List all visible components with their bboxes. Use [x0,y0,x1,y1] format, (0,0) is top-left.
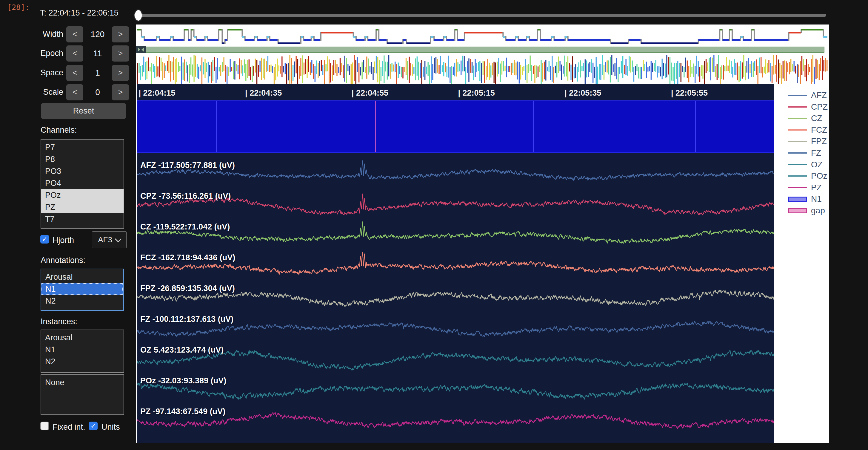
stepper-value-width: 120 [83,30,112,39]
increment-button-space[interactable]: > [112,65,129,81]
legend-line-swatch [788,175,807,177]
hjorth-channel-dropdown[interactable]: AF3 [92,231,127,248]
legend-entry-poz[interactable]: POz [788,171,827,180]
trace-cz [137,222,774,243]
fixed-int-label: Fixed int. [53,423,85,432]
legend-line-swatch [788,95,807,96]
legend-entry-cz[interactable]: CZ [788,114,822,123]
legend-entry-label: FZ [811,148,821,158]
legend-entry-gap[interactable]: gap [788,206,825,215]
channel-label-cpz: CPZ -73.56:116.261 (uV) [140,192,231,201]
legend-entry-cpz[interactable]: CPZ [788,103,828,111]
legend-entry-fpz[interactable]: FPZ [788,137,827,146]
hypnogram-plot[interactable] [136,26,829,46]
figure-canvas: | 22:04:15| 22:04:35| 22:04:55| 22:05:15… [136,25,829,443]
list-option-p7[interactable]: P7 [41,141,124,153]
epoch-range-bar[interactable] [137,47,825,53]
list-option-t8[interactable]: T8 [41,225,124,229]
activity-colorbar-strip[interactable] [136,55,829,84]
legend-line-swatch [788,152,807,153]
list-option-po3[interactable]: PO3 [41,165,124,177]
units-checkbox[interactable]: ✓ [89,422,98,430]
stepper-label: Width [12,30,63,39]
stepper-label: Epoch [12,49,63,58]
legend-entry-label: CPZ [811,102,828,112]
channel-label-fcz: FCZ -162.718:94.436 (uV) [140,253,235,262]
trace-cpz [137,194,774,215]
legend-entry-afz[interactable]: AFZ [788,91,827,100]
trace-poz [137,382,774,399]
increment-button-scale[interactable]: > [112,84,129,101]
list-option-n2[interactable]: N2 [41,356,124,368]
legend-entry-pz[interactable]: PZ [788,183,822,192]
channel-label-cz: CZ -119.522:71.042 (uV) [140,222,230,231]
epoch-range-handle[interactable] [136,46,146,53]
legend-entry-n1[interactable]: N1 [788,195,822,203]
legend-entry-label: FPZ [811,137,827,146]
instances-listbox[interactable]: ArousalN1N2 [40,330,124,373]
list-option-n1[interactable]: N1 [41,344,124,356]
channels-label: Channels: [40,125,77,135]
legend-entry-label: FCZ [811,125,827,135]
notebook-cell-prompt: [28]: [7,3,30,12]
increment-button-width[interactable]: > [112,26,129,43]
reset-button[interactable]: Reset [41,103,126,119]
legend-entry-label: POz [811,171,827,181]
stepper-row-width: Width<120> [12,26,129,43]
stepper-label: Space [12,68,63,77]
legend-entry-label: gap [811,206,825,216]
stepper-row-epoch: Epoch<11> [12,45,129,61]
list-option-arousal[interactable]: Arousal [41,271,123,283]
list-option-pz[interactable]: PZ [41,201,124,213]
trace-pz [137,413,774,429]
stepper-row-scale: Scale<0> [12,84,129,101]
legend-entry-fcz[interactable]: FCZ [788,125,827,135]
time-nav-slider-handle[interactable] [135,10,142,21]
stepper-row-space: Space<1> [12,64,129,81]
legend-entry-label: CZ [811,114,822,123]
channel-label-afz: AFZ -117.505:77.881 (uV) [140,161,235,170]
time-nav-slider-track[interactable] [134,14,826,17]
eeg-viewer-app: [28]: T: 22:04:15 - 22:06:15 Width<120>E… [0,0,868,450]
annotations-listbox[interactable]: ArousalN1N2 [40,269,124,311]
hjorth-checkbox[interactable]: ✓ [40,235,49,244]
stepper-value-scale: 0 [83,88,112,97]
channel-label-pz: PZ -97.143:67.549 (uV) [140,407,225,416]
legend-entry-fz[interactable]: FZ [788,148,821,158]
fixed-int-checkbox[interactable] [40,422,49,430]
decrement-button-scale[interactable]: < [66,84,83,101]
instance-detail-box[interactable]: None [40,374,124,415]
legend-entry-oz[interactable]: OZ [788,160,823,169]
list-option-t7[interactable]: T7 [41,213,124,225]
decrement-button-space[interactable]: < [66,65,83,81]
legend-line-swatch [788,130,807,131]
instance-detail-text: None [41,376,124,389]
eeg-traces [137,84,774,443]
list-option-n2[interactable]: N2 [41,295,123,307]
legend-entry-label: PZ [811,183,822,192]
channels-listbox[interactable]: P7P8PO3PO4POzPZT7T8 [40,139,124,229]
legend-entry-label: N1 [811,194,822,204]
increment-button-epoch[interactable]: > [112,46,129,61]
list-option-po4[interactable]: PO4 [41,177,124,189]
legend-patch-swatch [788,197,807,202]
stepper-label: Scale [12,88,63,97]
legend-line-swatch [788,106,807,108]
legend-line-swatch [788,118,807,119]
channel-label-fpz: FPZ -26.859:135.304 (uV) [140,284,235,293]
list-option-p8[interactable]: P8 [41,153,124,165]
legend-line-swatch [788,164,807,165]
list-option-poz[interactable]: POz [41,189,124,201]
range-grip-icon [136,46,146,53]
hjorth-dropdown-value: AF3 [98,235,112,245]
legend-entry-label: AFZ [811,90,827,100]
decrement-button-epoch[interactable]: < [66,46,83,61]
eeg-main-plot[interactable]: | 22:04:15| 22:04:35| 22:04:55| 22:05:15… [137,84,774,443]
hjorth-label: Hjorth [53,236,74,245]
channel-label-poz: POz -32.03:93.389 (uV) [140,376,226,386]
list-option-arousal[interactable]: Arousal [41,332,124,344]
decrement-button-width[interactable]: < [66,26,83,43]
units-label: Units [101,423,120,432]
list-option-n1[interactable]: N1 [41,283,123,295]
trace-oz [137,350,774,370]
